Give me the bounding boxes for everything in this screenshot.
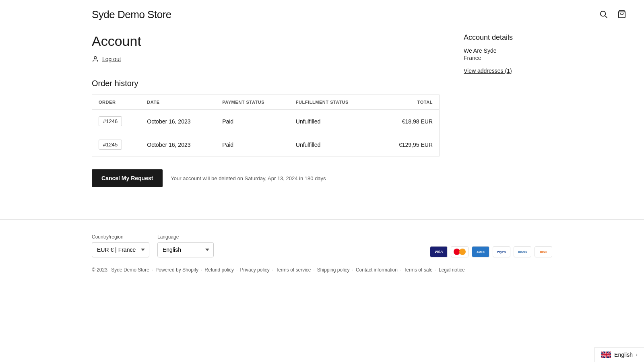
account-details-title: Account details: [464, 33, 552, 42]
order-number[interactable]: #1246: [99, 116, 122, 126]
country-region-label: Country/region: [92, 234, 149, 240]
svg-point-3: [94, 56, 97, 59]
mastercard-icon: [451, 246, 469, 257]
table-row[interactable]: #1245 October 16, 2023 Paid Unfulfilled …: [92, 133, 440, 156]
search-icon: [599, 10, 608, 19]
diners-icon: Diners: [514, 246, 531, 257]
view-addresses-link[interactable]: View addresses (1): [464, 68, 512, 74]
language-label: Language: [157, 234, 214, 240]
amex-icon: AMEX: [472, 246, 489, 257]
powered-by-shopify[interactable]: Powered by Shopify: [155, 267, 198, 273]
privacy-policy-link[interactable]: Privacy policy: [240, 267, 269, 273]
account-country: France: [464, 55, 552, 61]
delete-notice: Your account will be deleted on Saturday…: [171, 175, 326, 181]
orders-table: Order Date Payment Status Fulfillment St…: [92, 95, 440, 156]
col-date: Date: [140, 95, 216, 110]
footer-store-name[interactable]: Syde Demo Store: [111, 267, 149, 273]
col-total: Total: [377, 95, 439, 110]
col-payment-status: Payment Status: [216, 95, 289, 110]
cart-icon: [617, 10, 626, 19]
col-fulfillment-status: Fulfillment Status: [289, 95, 377, 110]
col-order: Order: [92, 95, 141, 110]
legal-notice-link[interactable]: Legal notice: [439, 267, 465, 273]
account-name: We Are Syde: [464, 47, 552, 54]
refund-policy-link[interactable]: Refund policy: [204, 267, 234, 273]
order-fulfillment-status: Unfulfilled: [289, 110, 377, 133]
table-row[interactable]: #1246 October 16, 2023 Paid Unfulfilled …: [92, 110, 440, 133]
visa-icon: VISA: [430, 246, 448, 257]
contact-info-link[interactable]: Contact information: [356, 267, 398, 273]
store-logo[interactable]: Syde Demo Store: [92, 8, 171, 21]
paypal-icon: PayPal: [493, 246, 510, 257]
order-payment-status: Paid: [216, 133, 289, 156]
terms-service-link[interactable]: Terms of service: [276, 267, 311, 273]
copyright: © 2023,: [92, 267, 109, 273]
order-history-title: Order history: [92, 79, 440, 88]
discover-icon: DISC: [535, 246, 552, 257]
svg-line-1: [605, 16, 607, 18]
payment-icons: VISA AMEX PayPal Diners DISC: [430, 246, 552, 257]
order-date: October 16, 2023: [140, 110, 216, 133]
order-total: €18,98 EUR: [377, 110, 439, 133]
shipping-policy-link[interactable]: Shipping policy: [317, 267, 350, 273]
page-title: Account: [92, 33, 440, 49]
terms-sale-link[interactable]: Terms of sale: [404, 267, 432, 273]
cart-button[interactable]: [616, 8, 628, 21]
language-select[interactable]: English: [157, 242, 214, 257]
order-fulfillment-status: Unfulfilled: [289, 133, 377, 156]
cancel-request-button[interactable]: Cancel My Request: [92, 169, 163, 187]
footer-links: © 2023, Syde Demo Store · Powered by Sho…: [92, 267, 552, 273]
order-date: October 16, 2023: [140, 133, 216, 156]
order-number[interactable]: #1245: [99, 140, 122, 150]
svg-point-0: [601, 11, 606, 16]
order-payment-status: Paid: [216, 110, 289, 133]
country-region-select[interactable]: EUR € | France: [92, 242, 149, 257]
user-icon: [92, 56, 99, 63]
logout-link[interactable]: Log out: [102, 56, 121, 62]
search-button[interactable]: [597, 8, 609, 21]
order-total: €129,95 EUR: [377, 133, 439, 156]
